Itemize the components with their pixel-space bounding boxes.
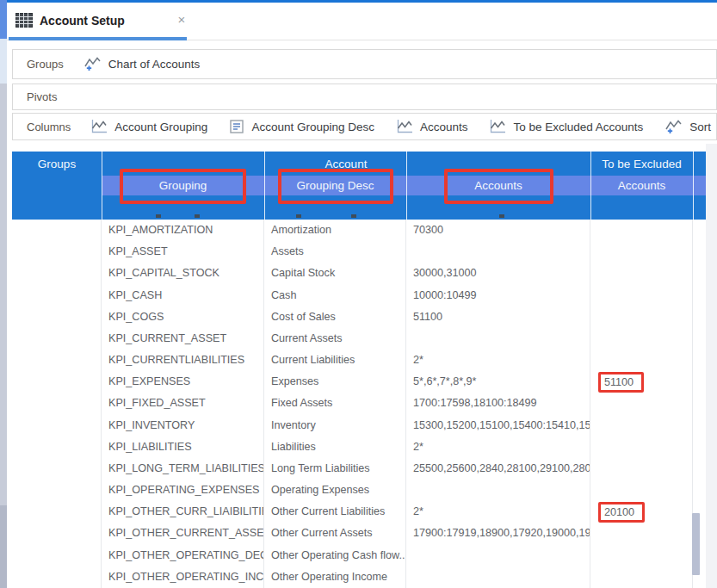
cell-accounts[interactable]: 1700:17598,18100:18499 <box>406 393 590 414</box>
cell-excluded-accounts[interactable] <box>590 415 693 436</box>
cell-grouping-desc[interactable]: Current Liabilities <box>264 350 406 371</box>
cell-grouping-desc[interactable]: Amortization <box>264 220 406 241</box>
cell-accounts[interactable]: 2* <box>406 501 590 523</box>
cell-account-grouping[interactable]: KPI_OPERATING_EXPENSES <box>102 480 264 501</box>
chip-to-be-excluded-accounts[interactable]: To be Excluded Accounts <box>490 120 643 133</box>
chip-accounts[interactable]: Accounts <box>397 120 468 133</box>
chip-account-grouping-desc[interactable]: Account Grouping Desc <box>230 120 374 133</box>
cell-account-grouping[interactable]: KPI_AMORTIZATION <box>102 220 264 241</box>
cell-excluded-accounts[interactable] <box>590 285 693 306</box>
cell-account-grouping[interactable]: KPI_CURRENTLIABILITIES <box>102 350 264 371</box>
cell-excluded-accounts[interactable] <box>590 523 693 544</box>
chip-sort[interactable]: Sort <box>665 120 711 134</box>
cell-grouping-desc[interactable]: Current Assets <box>264 328 406 350</box>
cell-accounts[interactable]: 5*,6*,7*,8*,9* <box>406 371 590 393</box>
cell-grouping-desc[interactable]: Capital Stock <box>264 263 406 284</box>
line-chart-icon <box>490 120 505 133</box>
cell-account-grouping[interactable]: KPI_LIABILITIES <box>102 436 264 458</box>
cell-excluded-accounts[interactable] <box>590 458 693 480</box>
cell-grouping-desc[interactable]: Cash <box>264 285 406 306</box>
cell-groups[interactable] <box>12 306 102 328</box>
cell-grouping-desc[interactable]: Other Current Liabilities <box>264 501 406 523</box>
cell-grouping-desc[interactable]: Other Current Assets <box>264 523 406 544</box>
cell-groups[interactable] <box>12 263 102 284</box>
cell-groups[interactable] <box>12 393 102 414</box>
cell-excluded-accounts[interactable] <box>590 306 693 328</box>
cell-excluded-accounts[interactable]: 51100 <box>590 371 693 393</box>
cell-excluded-accounts[interactable] <box>590 241 693 263</box>
chip-chart-of-accounts[interactable]: Chart of Accounts <box>84 57 201 71</box>
cell-excluded-accounts[interactable]: 20100 <box>590 501 693 523</box>
cell-account-grouping[interactable]: KPI_FIXED_ASSET <box>102 393 264 414</box>
cell-accounts[interactable] <box>406 328 590 350</box>
cell-excluded-accounts[interactable] <box>590 436 693 458</box>
cell-groups[interactable] <box>12 371 102 393</box>
cell-excluded-accounts[interactable] <box>590 350 693 371</box>
cell-account-grouping[interactable]: KPI_EXPENSES <box>102 371 264 393</box>
cell-groups[interactable] <box>12 285 102 306</box>
tab-close-icon[interactable]: × <box>174 12 189 28</box>
cell-groups[interactable] <box>12 328 102 350</box>
cell-grouping-desc[interactable]: Assets <box>264 241 406 263</box>
cell-accounts[interactable]: 2* <box>406 350 590 371</box>
cell-accounts[interactable] <box>406 480 590 501</box>
cell-grouping-desc[interactable]: Expenses <box>264 371 406 393</box>
grid-vertical-scrollbar-thumb[interactable] <box>692 513 700 575</box>
cell-accounts[interactable]: 70300 <box>406 220 590 241</box>
cell-account-grouping[interactable]: KPI_LONG_TERM_LIABILITIES <box>102 458 264 480</box>
cell-groups[interactable] <box>12 545 102 566</box>
cell-groups[interactable] <box>12 241 102 263</box>
cell-groups[interactable] <box>12 350 102 371</box>
cell-excluded-accounts[interactable] <box>590 566 693 588</box>
left-scrollbar-thumb[interactable] <box>0 505 7 588</box>
left-scrollbar-track[interactable] <box>0 84 7 505</box>
cell-accounts[interactable]: 15300,15200,15100,15400:15410,15... <box>406 415 590 436</box>
cell-account-grouping[interactable]: KPI_CASH <box>102 285 264 306</box>
cell-groups[interactable] <box>12 501 102 523</box>
cell-account-grouping[interactable]: KPI_COGS <box>102 306 264 328</box>
cell-groups[interactable] <box>12 523 102 544</box>
cell-accounts[interactable]: 30000,31000 <box>406 263 590 284</box>
cell-grouping-desc[interactable]: Other Operating Cash flow... <box>264 545 406 566</box>
cell-account-grouping[interactable]: KPI_INVENTORY <box>102 415 264 436</box>
cell-grouping-desc[interactable]: Operating Expenses <box>264 480 406 501</box>
cell-account-grouping[interactable]: KPI_CURRENT_ASSET <box>102 328 264 350</box>
cell-excluded-accounts[interactable] <box>590 393 693 414</box>
cell-groups[interactable] <box>12 436 102 458</box>
cell-grouping-desc[interactable]: Cost of Sales <box>264 306 406 328</box>
table-row: KPI_OTHER_OPERATING_DECOther Operating C… <box>12 545 693 566</box>
cell-accounts[interactable]: 2* <box>406 436 590 458</box>
cell-accounts[interactable]: 25500,25600,2840,28100,29100,280... <box>406 458 590 480</box>
cell-accounts[interactable] <box>406 545 590 566</box>
cell-accounts[interactable]: 10000:10499 <box>406 285 590 306</box>
cell-account-grouping[interactable]: KPI_ASSET <box>102 241 264 263</box>
cell-grouping-desc[interactable]: Long Term Liabilities <box>264 458 406 480</box>
cell-accounts[interactable]: 17900:17919,18900,17920,19000,19... <box>406 523 590 544</box>
cell-groups[interactable] <box>12 566 102 588</box>
cell-accounts[interactable] <box>406 566 590 588</box>
cell-grouping-desc[interactable]: Other Operating Income <box>264 566 406 588</box>
cell-grouping-desc[interactable]: Fixed Assets <box>264 393 406 414</box>
cell-account-grouping[interactable]: KPI_OTHER_CURRENT_ASSET <box>102 523 264 544</box>
cell-grouping-desc[interactable]: Liabilities <box>264 436 406 458</box>
subheader-excluded-accounts[interactable]: Accounts <box>590 176 693 195</box>
cell-groups[interactable] <box>12 220 102 241</box>
cell-account-grouping[interactable]: KPI_OTHER_OPERATING_INC <box>102 566 264 588</box>
cell-groups[interactable] <box>12 415 102 436</box>
tab-account-setup[interactable]: Account Setup × <box>9 3 194 40</box>
cell-account-grouping[interactable]: KPI_CAPITAL_STOCK <box>102 263 264 284</box>
cell-excluded-accounts[interactable] <box>590 545 693 566</box>
cell-accounts[interactable] <box>406 241 590 263</box>
cell-groups[interactable] <box>12 458 102 480</box>
cell-account-grouping[interactable]: KPI_OTHER_CURR_LIAIBILITIES <box>102 501 264 523</box>
cell-groups[interactable] <box>12 480 102 501</box>
cell-excluded-accounts[interactable] <box>590 328 693 350</box>
cell-account-grouping[interactable]: KPI_OTHER_OPERATING_DEC <box>102 545 264 566</box>
right-background-gap <box>706 144 717 588</box>
cell-excluded-accounts[interactable] <box>590 480 693 501</box>
chip-account-grouping[interactable]: Account Grouping <box>91 120 207 133</box>
cell-excluded-accounts[interactable] <box>590 263 693 284</box>
cell-excluded-accounts[interactable] <box>590 220 693 241</box>
cell-grouping-desc[interactable]: Inventory <box>264 415 406 436</box>
cell-accounts[interactable]: 51100 <box>406 306 590 328</box>
